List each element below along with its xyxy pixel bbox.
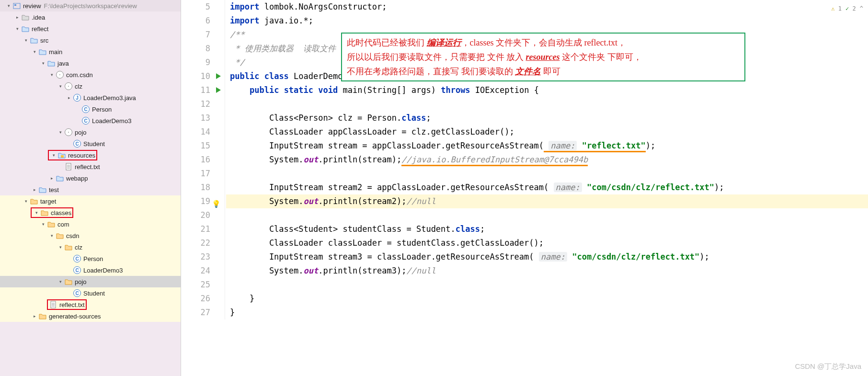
chevron-icon[interactable]: ▸	[31, 314, 38, 319]
tree-item-resources[interactable]: ▾resources	[0, 149, 181, 161]
tree-item-clz[interactable]: ▾clz	[0, 241, 181, 253]
chevron-icon[interactable]: ▸	[13, 15, 21, 20]
pkg-icon: ·	[56, 71, 64, 79]
code-line[interactable]: ClassLoader appClassLoader = clz.getClas…	[226, 125, 868, 139]
tree-item-student[interactable]: CStudent	[0, 138, 181, 149]
tree-item-target[interactable]: ▾target	[0, 195, 181, 207]
fld-b-icon	[21, 25, 30, 32]
code-line[interactable]: ClassLoader classLoader = studentClass.g…	[226, 236, 868, 250]
chevron-icon[interactable]: ▾	[39, 61, 47, 66]
chevron-icon[interactable]: ▾	[5, 3, 12, 8]
tree-item--idea[interactable]: ▸.idea	[0, 11, 181, 23]
tree-item-java[interactable]: ▾java	[0, 57, 181, 69]
chevron-icon[interactable]: ▾	[31, 49, 38, 54]
tree-item-classes[interactable]: ▾classes	[0, 207, 181, 218]
chevron-icon[interactable]: ▸	[48, 176, 56, 181]
code-line[interactable]: InputStream stream2 = appClassLoader.get…	[226, 181, 868, 194]
chevron-icon[interactable]: ▾	[33, 210, 40, 215]
fld-o-icon	[64, 278, 73, 285]
tree-label: LoaderDemo3.java	[83, 94, 136, 102]
code-line[interactable]: }	[226, 292, 868, 306]
bulb-icon[interactable]: 💡	[212, 197, 221, 211]
tree-item-loaderdemo3[interactable]: CLoaderDemo3	[0, 264, 181, 276]
tree-item-pojo[interactable]: ▾pojo	[0, 276, 181, 287]
cls-icon: C	[81, 105, 90, 113]
chevron-icon[interactable]: ▾	[57, 130, 64, 135]
pkg-icon: ·	[64, 82, 73, 90]
chevron-icon[interactable]: ▾	[57, 84, 64, 89]
tree-item-reflect[interactable]: ▾reflect	[0, 23, 181, 34]
cls-icon: C	[73, 255, 81, 262]
run-gutter-icon[interactable]	[216, 87, 221, 93]
code-line[interactable]	[226, 97, 868, 111]
tree-label: reflect	[32, 25, 48, 33]
tree-item-main[interactable]: ▾main	[0, 46, 181, 57]
tree-item-csdn[interactable]: ▾csdn	[0, 230, 181, 241]
editor-gutter: 5678910111213141516171819💡20212223242526…	[181, 0, 225, 319]
tree-item-com[interactable]: ▾com	[0, 218, 181, 230]
tree-item-loaderdemo3-java[interactable]: ▸JLoaderDemo3.java	[0, 92, 181, 103]
code-line[interactable]: import java.io.*;	[226, 14, 868, 28]
fld-o-icon	[47, 221, 56, 228]
code-line[interactable]: Class<Student> studentClass = Student.cl…	[226, 222, 868, 236]
tree-item-student[interactable]: CStudent	[0, 287, 181, 299]
tree-item-person[interactable]: CPerson	[0, 253, 181, 264]
chevron-icon[interactable]: ▸	[65, 95, 73, 100]
tree-label: review	[23, 2, 41, 10]
chevron-icon[interactable]: ▾	[48, 233, 56, 238]
jcls-icon: J	[73, 94, 81, 102]
tree-label: java	[57, 60, 69, 67]
tree-label: pojo	[75, 129, 87, 136]
cls-icon: C	[73, 289, 81, 297]
fld-o-icon	[38, 313, 47, 319]
code-line[interactable]: public static void main(String[] args) t…	[226, 83, 868, 97]
tree-item-src[interactable]: ▾src	[0, 34, 181, 46]
run-gutter-icon[interactable]	[216, 73, 221, 79]
chevron-icon[interactable]: ▾	[57, 279, 64, 284]
inspection-widget[interactable]: ⚠ 1 ✓ 2 ^	[831, 2, 863, 16]
chevron-icon[interactable]: ▾	[48, 72, 56, 77]
code-line[interactable]: InputStream stream = appClassLoader.getR…	[226, 139, 868, 153]
tree-item-generated-sources[interactable]: ▸generated-sources	[0, 310, 181, 322]
cls-icon: C	[73, 266, 81, 274]
tree-label: webapp	[66, 175, 88, 182]
code-line[interactable]	[226, 167, 868, 181]
res-icon	[57, 152, 66, 159]
tree-item-reflect-txt[interactable]: reflect.txt	[0, 299, 181, 310]
tree-item-webapp[interactable]: ▸webapp	[0, 172, 181, 184]
chevron-icon[interactable]: ▾	[22, 199, 30, 204]
tree-label: clz	[75, 83, 82, 90]
fld-o-icon	[30, 198, 38, 205]
tree-label: com.csdn	[66, 71, 93, 79]
tree-label: clz	[75, 244, 82, 251]
code-line[interactable]: System.out.println(stream3);//null	[226, 264, 868, 278]
code-line[interactable]: import lombok.NoArgsConstructor;	[226, 0, 868, 14]
fld-b-icon	[47, 60, 56, 67]
code-line[interactable]: InputStream stream3 = classLoader.getRes…	[226, 250, 868, 264]
tree-item-pojo[interactable]: ▾·pojo	[0, 126, 181, 138]
chevron-icon[interactable]: ▾	[39, 222, 47, 227]
chevron-icon[interactable]: ▾	[57, 245, 64, 250]
txt-icon	[64, 163, 73, 171]
chevron-icon[interactable]: ▾	[13, 26, 21, 31]
fld-b-icon	[38, 186, 47, 193]
tree-item-test[interactable]: ▸test	[0, 184, 181, 195]
chevron-icon[interactable]: ▾	[50, 153, 57, 158]
tree-item-com-csdn[interactable]: ▾·com.csdn	[0, 69, 181, 80]
code-line[interactable]: Class<Person> clz = Person.class;	[226, 111, 868, 125]
tree-item-loaderdemo3[interactable]: CLoaderDemo3	[0, 115, 181, 126]
tree-item-review[interactable]: ▾reviewF:\IdeaProjects\workspace\review	[0, 0, 181, 11]
code-editor[interactable]: 5678910111213141516171819💡20212223242526…	[181, 0, 868, 376]
tree-item-clz[interactable]: ▾·clz	[0, 80, 181, 92]
tree-item-reflect-txt[interactable]: reflect.txt	[0, 161, 181, 172]
txt-icon	[49, 301, 57, 308]
project-tree[interactable]: ▾reviewF:\IdeaProjects\workspace\review▸…	[0, 0, 181, 376]
chevron-icon[interactable]: ▾	[22, 38, 30, 43]
code-line[interactable]: System.out.println(stream2);//null	[226, 194, 868, 208]
code-line[interactable]: }	[226, 306, 868, 319]
tree-item-person[interactable]: CPerson	[0, 103, 181, 115]
code-line[interactable]: System.out.println(stream);//java.io.Buf…	[226, 153, 868, 167]
code-line[interactable]	[226, 278, 868, 292]
chevron-icon[interactable]: ▸	[31, 187, 38, 192]
code-line[interactable]	[226, 208, 868, 222]
